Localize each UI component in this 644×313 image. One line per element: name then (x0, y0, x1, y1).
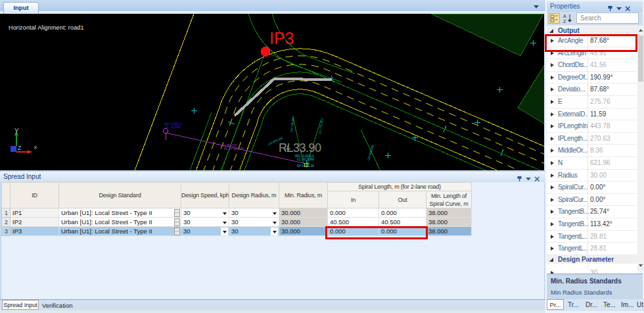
svg-text:Z: Z (563, 19, 566, 24)
svg-text:Z: Z (18, 145, 22, 151)
svg-text:Y: Y (14, 128, 19, 135)
svg-text:×: × (34, 144, 37, 151)
svg-text:BC L= 28.81M: BC L= 28.81M (224, 147, 243, 151)
svg-text:CH 930.000: CH 930.000 (367, 144, 375, 160)
svg-text:CL: 33.50M: CL: 33.50M (165, 126, 181, 129)
svg-text:CL: 33.218M: CL: 33.218M (297, 158, 314, 161)
svg-text:RL33.90: RL33.90 (279, 141, 321, 155)
svg-text:CH 770.500: CH 770.500 (318, 118, 324, 134)
svg-text:A: A (563, 14, 566, 18)
